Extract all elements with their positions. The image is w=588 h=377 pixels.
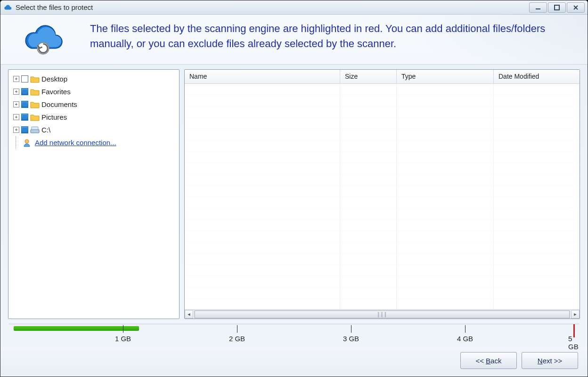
file-grid-lines <box>185 84 580 309</box>
folder-icon <box>30 75 40 83</box>
svg-point-5 <box>25 139 29 143</box>
back-arrows: << <box>476 357 484 365</box>
tree-label: Favorites <box>41 88 71 96</box>
gauge-label: 1 GB <box>115 335 131 343</box>
checkbox[interactable] <box>21 88 28 95</box>
checkbox[interactable] <box>21 101 28 108</box>
cloud-backup-icon <box>15 21 71 59</box>
network-user-icon <box>24 139 33 147</box>
next-label-rest: ext <box>543 357 552 365</box>
tree-item-add-network[interactable]: Add network connection... <box>11 136 176 149</box>
app-window: Select the files to protect The files <box>0 0 588 377</box>
scroll-left-button[interactable]: ◄ <box>185 310 193 319</box>
file-list: Name Size Type Date Modified ◄ ║║║ ► <box>184 69 580 319</box>
header-band: The files selected by the scanning engin… <box>0 15 588 65</box>
titlebar: Select the files to protect <box>0 0 588 15</box>
window-controls <box>529 2 585 13</box>
add-network-link[interactable]: Add network connection... <box>35 139 116 147</box>
wizard-footer: << Back Next >> <box>0 347 588 377</box>
close-button[interactable] <box>567 2 585 13</box>
column-header-name[interactable]: Name <box>185 70 340 83</box>
storage-used-bar <box>14 326 139 331</box>
back-button[interactable]: << Back <box>460 352 517 369</box>
gauge-label: 2 GB <box>229 335 245 343</box>
tree-item-c-drive[interactable]: + C:\ <box>11 123 176 136</box>
scroll-thumb[interactable]: ║║║ <box>195 311 570 318</box>
expand-icon[interactable]: + <box>13 101 19 107</box>
maximize-button[interactable] <box>548 2 566 13</box>
gauge-tick <box>237 325 237 333</box>
expand-icon[interactable]: + <box>13 114 19 120</box>
tree-item-documents[interactable]: + Documents <box>11 98 176 111</box>
back-label-rest: ack <box>490 357 501 365</box>
file-list-header: Name Size Type Date Modified <box>185 70 580 84</box>
gauge-tick <box>465 325 466 333</box>
checkbox[interactable] <box>21 75 28 82</box>
app-icon <box>3 3 12 12</box>
window-title: Select the files to protect <box>16 3 529 11</box>
storage-gauge-area: 1 GB 2 GB 3 GB 4 GB 5 GB <box>0 322 588 347</box>
expand-icon[interactable]: + <box>13 89 19 95</box>
tree-branch-icon <box>13 136 22 149</box>
storage-gauge: 1 GB 2 GB 3 GB 4 GB 5 GB <box>9 324 579 346</box>
column-header-size[interactable]: Size <box>340 70 397 83</box>
scroll-right-button[interactable]: ► <box>571 310 580 319</box>
drive-icon <box>30 126 40 134</box>
tree-label: Pictures <box>41 113 67 121</box>
tree-label: Documents <box>41 100 77 108</box>
instruction-text: The files selected by the scanning engin… <box>90 21 569 51</box>
checkbox[interactable] <box>21 126 28 133</box>
gauge-tick <box>123 325 123 333</box>
next-hotkey: N <box>538 357 543 365</box>
svg-rect-3 <box>31 130 39 133</box>
column-header-type[interactable]: Type <box>397 70 494 83</box>
file-list-body[interactable] <box>185 84 580 309</box>
svg-rect-1 <box>555 5 559 10</box>
checkbox[interactable] <box>21 114 28 121</box>
tree-item-favorites[interactable]: + Favorites <box>11 85 176 98</box>
gauge-label: 3 GB <box>343 335 359 343</box>
gauge-label: 5 GB <box>568 335 579 351</box>
tree-label: C:\ <box>41 126 50 134</box>
gauge-label: 4 GB <box>457 335 473 343</box>
tree-item-desktop[interactable]: + Desktop <box>11 73 176 85</box>
back-hotkey: B <box>486 357 490 365</box>
horizontal-scrollbar[interactable]: ◄ ║║║ ► <box>185 309 580 319</box>
svg-rect-0 <box>536 8 540 9</box>
column-header-date-modified[interactable]: Date Modified <box>494 70 580 83</box>
tree-item-pictures[interactable]: + Pictures <box>11 111 176 123</box>
folder-icon <box>30 88 40 96</box>
svg-rect-4 <box>32 127 38 130</box>
next-arrows: >> <box>554 357 563 365</box>
expand-icon[interactable]: + <box>13 76 19 82</box>
scroll-track[interactable]: ║║║ <box>194 310 570 319</box>
tree-label: Desktop <box>41 75 67 83</box>
gauge-tick <box>351 325 351 333</box>
expand-icon[interactable]: + <box>13 127 19 133</box>
folder-icon <box>30 113 40 122</box>
next-button[interactable]: Next >> <box>522 352 578 369</box>
folder-tree[interactable]: + Desktop + Favorites + <box>8 69 180 319</box>
main-content: + Desktop + Favorites + <box>0 65 588 322</box>
minimize-button[interactable] <box>529 2 547 13</box>
folder-icon <box>30 100 40 109</box>
